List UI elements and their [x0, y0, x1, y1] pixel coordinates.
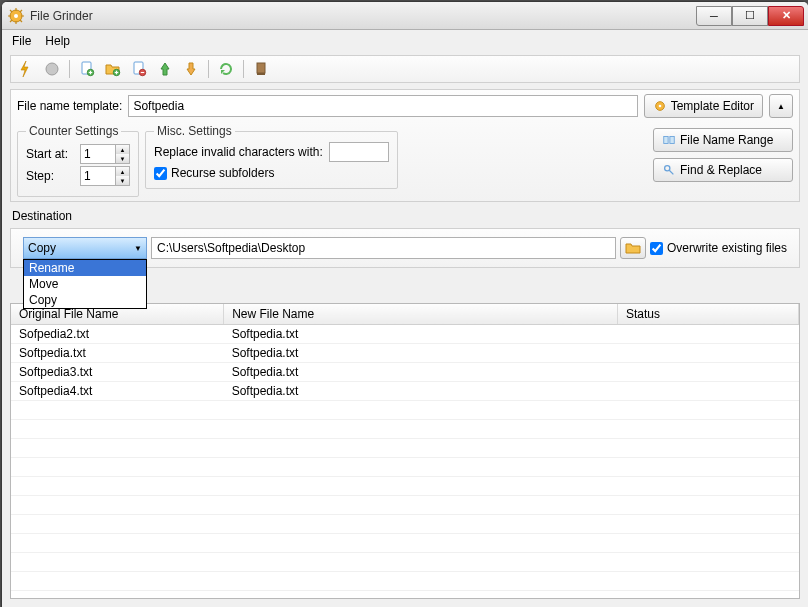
cell-status — [617, 325, 798, 344]
table-row-empty — [11, 477, 799, 496]
chevron-up-icon: ▲ — [777, 102, 785, 111]
exit-icon[interactable] — [250, 58, 272, 80]
menu-help[interactable]: Help — [45, 34, 70, 48]
svg-line-6 — [10, 10, 12, 12]
svg-rect-20 — [664, 137, 668, 144]
table-row[interactable]: Softpedia.txtSoftpedia.txt — [11, 344, 799, 363]
toolbar-divider — [243, 60, 244, 78]
overwrite-checkbox[interactable] — [650, 242, 663, 255]
table-row-empty — [11, 515, 799, 534]
browse-folder-button[interactable] — [620, 237, 646, 259]
table-row[interactable]: Softpedia3.txtSoftpedia.txt — [11, 363, 799, 382]
combo-option-move[interactable]: Move — [24, 276, 146, 292]
table-row-empty — [11, 420, 799, 439]
svg-rect-17 — [257, 73, 265, 75]
svg-line-7 — [20, 20, 22, 22]
misc-legend: Misc. Settings — [154, 124, 235, 138]
svg-line-8 — [20, 10, 22, 12]
titlebar[interactable]: File Grinder ─ ☐ ✕ — [2, 2, 808, 30]
chevron-down-icon: ▼ — [134, 244, 142, 253]
table-row-empty — [11, 496, 799, 515]
step-input[interactable] — [81, 167, 115, 185]
svg-point-19 — [658, 105, 661, 108]
run-icon[interactable] — [15, 58, 37, 80]
file-name-range-button[interactable]: File Name Range — [653, 128, 793, 152]
add-file-icon[interactable] — [76, 58, 98, 80]
column-status[interactable]: Status — [617, 304, 798, 325]
close-button[interactable]: ✕ — [768, 6, 804, 26]
combo-selected: Copy — [28, 241, 56, 255]
misc-settings-group: Misc. Settings Replace invalid character… — [145, 124, 398, 189]
svg-rect-21 — [670, 137, 674, 144]
destination-path-input[interactable] — [151, 237, 616, 259]
svg-rect-16 — [257, 63, 265, 73]
combo-dropdown: Rename Move Copy — [23, 259, 147, 309]
cell-status — [617, 382, 798, 401]
table-row[interactable]: Sofpedia2.txtSoftpedia.txt — [11, 325, 799, 344]
toolbar-divider — [69, 60, 70, 78]
counter-settings-group: Counter Settings Start at: ▲▼ Step: ▲▼ — [17, 124, 139, 197]
cell-new: Softpedia.txt — [224, 344, 618, 363]
cell-original: Softpedia3.txt — [11, 363, 224, 382]
combo-option-copy[interactable]: Copy — [24, 292, 146, 308]
column-new[interactable]: New File Name — [224, 304, 618, 325]
spin-down-icon[interactable]: ▼ — [116, 154, 129, 163]
find-replace-label: Find & Replace — [680, 163, 762, 177]
svg-line-23 — [669, 170, 673, 174]
recurse-checkbox[interactable] — [154, 167, 167, 180]
destination-mode-combo[interactable]: Copy ▼ Rename Move Copy — [23, 237, 147, 259]
toolbar — [15, 58, 795, 80]
replace-chars-input[interactable] — [329, 142, 389, 162]
refresh-icon[interactable] — [215, 58, 237, 80]
find-replace-button[interactable]: Find & Replace — [653, 158, 793, 182]
counter-legend: Counter Settings — [26, 124, 121, 138]
destination-panel: Copy ▼ Rename Move Copy Overwrite existi… — [10, 228, 800, 268]
menu-file[interactable]: File — [12, 34, 31, 48]
table-row[interactable]: Softpedia4.txtSoftpedia.txt — [11, 382, 799, 401]
start-at-input[interactable] — [81, 145, 115, 163]
toolbar-divider — [208, 60, 209, 78]
template-editor-button[interactable]: Template Editor — [644, 94, 763, 118]
template-panel: File name template: Template Editor ▲ Co… — [10, 89, 800, 202]
svg-line-9 — [10, 20, 12, 22]
side-buttons: File Name Range Find & Replace — [653, 124, 793, 182]
cell-original: Softpedia4.txt — [11, 382, 224, 401]
table-row-empty — [11, 553, 799, 572]
template-editor-label: Template Editor — [671, 99, 754, 113]
combo-option-rename[interactable]: Rename — [24, 260, 146, 276]
table-row-empty — [11, 458, 799, 477]
file-table: Original File Name New File Name Status … — [10, 303, 800, 599]
start-at-label: Start at: — [26, 147, 74, 161]
remove-file-icon[interactable] — [128, 58, 150, 80]
content: File Help File name template: — [2, 30, 808, 607]
spin-down-icon[interactable]: ▼ — [116, 176, 129, 185]
recurse-label: Recurse subfolders — [171, 166, 274, 180]
step-spinner[interactable]: ▲▼ — [80, 166, 130, 186]
add-folder-icon[interactable] — [102, 58, 124, 80]
template-label: File name template: — [17, 99, 122, 113]
start-at-spinner[interactable]: ▲▼ — [80, 144, 130, 164]
cell-status — [617, 363, 798, 382]
menubar: File Help — [2, 30, 808, 52]
table-row-empty — [11, 572, 799, 591]
destination-label: Destination — [2, 205, 808, 225]
file-name-range-label: File Name Range — [680, 133, 773, 147]
stop-icon[interactable] — [41, 58, 63, 80]
table-row-empty — [11, 439, 799, 458]
step-label: Step: — [26, 169, 74, 183]
template-input[interactable] — [128, 95, 637, 117]
maximize-button[interactable]: ☐ — [732, 6, 768, 26]
cell-original: Sofpedia2.txt — [11, 325, 224, 344]
toolbar-panel — [10, 55, 800, 83]
spin-up-icon[interactable]: ▲ — [116, 145, 129, 154]
collapse-button[interactable]: ▲ — [769, 94, 793, 118]
cell-new: Softpedia.txt — [224, 363, 618, 382]
table-row-empty — [11, 401, 799, 420]
cell-original: Softpedia.txt — [11, 344, 224, 363]
svg-point-1 — [14, 14, 18, 18]
spin-up-icon[interactable]: ▲ — [116, 167, 129, 176]
minimize-button[interactable]: ─ — [696, 6, 732, 26]
move-down-icon[interactable] — [180, 58, 202, 80]
move-up-icon[interactable] — [154, 58, 176, 80]
overwrite-label: Overwrite existing files — [667, 241, 787, 255]
